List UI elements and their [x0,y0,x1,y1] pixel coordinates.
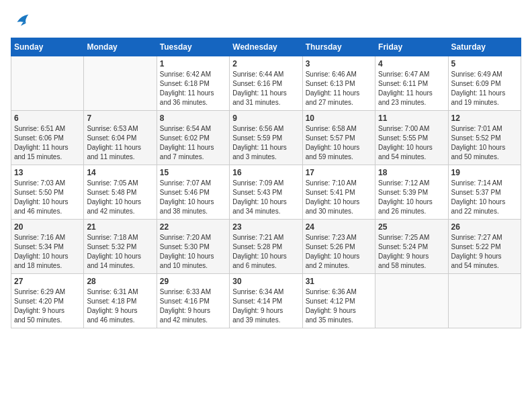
day-number: 25 [378,222,445,232]
day-number: 31 [306,277,372,286]
day-number: 22 [160,222,226,232]
week-row-2: 6Sunrise: 6:51 AM Sunset: 6:06 PM Daylig… [11,111,521,165]
calendar-cell: 9Sunrise: 6:56 AM Sunset: 5:59 PM Daylig… [230,111,302,165]
page-header [11,11,521,30]
day-info: Sunrise: 7:14 AM Sunset: 5:37 PM Dayligh… [451,179,518,216]
day-info: Sunrise: 7:21 AM Sunset: 5:28 PM Dayligh… [232,233,299,271]
day-number: 21 [87,222,153,232]
header-cell-tuesday: Tuesday [157,38,229,56]
week-row-3: 13Sunrise: 7:03 AM Sunset: 5:50 PM Dayli… [11,165,521,220]
calendar-cell [11,56,84,111]
calendar-cell: 14Sunrise: 7:05 AM Sunset: 5:48 PM Dayli… [84,165,157,220]
calendar-cell [448,274,521,328]
calendar-cell: 15Sunrise: 7:07 AM Sunset: 5:46 PM Dayli… [157,165,229,220]
day-info: Sunrise: 7:10 AM Sunset: 5:41 PM Dayligh… [306,179,372,216]
header-cell-saturday: Saturday [448,38,521,56]
day-info: Sunrise: 7:01 AM Sunset: 5:52 PM Dayligh… [451,124,518,162]
day-info: Sunrise: 6:46 AM Sunset: 6:13 PM Dayligh… [306,70,372,107]
day-info: Sunrise: 7:18 AM Sunset: 5:32 PM Dayligh… [87,233,153,271]
calendar-body: 1Sunrise: 6:42 AM Sunset: 6:18 PM Daylig… [11,56,521,328]
day-number: 3 [306,59,372,68]
calendar-cell: 11Sunrise: 7:00 AM Sunset: 5:55 PM Dayli… [375,111,448,165]
calendar-cell: 19Sunrise: 7:14 AM Sunset: 5:37 PM Dayli… [448,165,521,220]
header-cell-sunday: Sunday [11,38,84,56]
day-info: Sunrise: 6:49 AM Sunset: 6:09 PM Dayligh… [451,70,518,107]
logo [11,11,31,30]
calendar-cell: 7Sunrise: 6:53 AM Sunset: 6:04 PM Daylig… [84,111,157,165]
calendar-cell [375,274,448,328]
calendar-cell: 27Sunrise: 6:29 AM Sunset: 4:20 PM Dayli… [11,274,84,328]
calendar-header: SundayMondayTuesdayWednesdayThursdayFrid… [11,38,521,56]
day-info: Sunrise: 7:03 AM Sunset: 5:50 PM Dayligh… [14,179,81,216]
day-number: 28 [87,277,153,286]
calendar-cell: 8Sunrise: 6:54 AM Sunset: 6:02 PM Daylig… [157,111,229,165]
calendar-cell: 16Sunrise: 7:09 AM Sunset: 5:43 PM Dayli… [230,165,302,220]
calendar-cell: 1Sunrise: 6:42 AM Sunset: 6:18 PM Daylig… [157,56,229,111]
day-number: 6 [14,113,81,123]
calendar-cell: 26Sunrise: 7:27 AM Sunset: 5:22 PM Dayli… [448,220,521,274]
day-info: Sunrise: 7:20 AM Sunset: 5:30 PM Dayligh… [160,233,226,271]
day-info: Sunrise: 7:23 AM Sunset: 5:26 PM Dayligh… [306,233,372,271]
day-info: Sunrise: 7:05 AM Sunset: 5:48 PM Dayligh… [87,179,153,216]
day-info: Sunrise: 7:12 AM Sunset: 5:39 PM Dayligh… [378,179,445,216]
calendar-cell: 23Sunrise: 7:21 AM Sunset: 5:28 PM Dayli… [230,220,302,274]
calendar-cell: 13Sunrise: 7:03 AM Sunset: 5:50 PM Dayli… [11,165,84,220]
day-info: Sunrise: 6:33 AM Sunset: 4:16 PM Dayligh… [160,287,226,325]
day-number: 2 [232,59,299,68]
logo-bird-icon [12,11,31,30]
day-number: 19 [451,168,518,177]
header-cell-friday: Friday [375,38,448,56]
day-number: 26 [451,222,518,232]
calendar-cell: 5Sunrise: 6:49 AM Sunset: 6:09 PM Daylig… [448,56,521,111]
day-number: 14 [87,168,153,177]
calendar-cell: 30Sunrise: 6:34 AM Sunset: 4:14 PM Dayli… [230,274,302,328]
day-info: Sunrise: 7:25 AM Sunset: 5:24 PM Dayligh… [378,233,445,271]
day-number: 27 [14,277,81,286]
day-info: Sunrise: 6:47 AM Sunset: 6:11 PM Dayligh… [378,70,445,107]
day-number: 12 [451,113,518,123]
day-number: 1 [160,59,226,68]
day-info: Sunrise: 7:00 AM Sunset: 5:55 PM Dayligh… [378,124,445,162]
day-number: 18 [378,168,445,177]
calendar-cell: 21Sunrise: 7:18 AM Sunset: 5:32 PM Dayli… [84,220,157,274]
day-info: Sunrise: 7:09 AM Sunset: 5:43 PM Dayligh… [232,179,299,216]
day-info: Sunrise: 6:53 AM Sunset: 6:04 PM Dayligh… [87,124,153,162]
calendar-cell [84,56,157,111]
week-row-5: 27Sunrise: 6:29 AM Sunset: 4:20 PM Dayli… [11,274,521,328]
day-info: Sunrise: 6:36 AM Sunset: 4:12 PM Dayligh… [306,287,372,325]
day-number: 7 [87,113,153,123]
day-number: 29 [160,277,226,286]
day-number: 5 [451,59,518,68]
day-number: 23 [232,222,299,232]
week-row-1: 1Sunrise: 6:42 AM Sunset: 6:18 PM Daylig… [11,56,521,111]
calendar-cell: 18Sunrise: 7:12 AM Sunset: 5:39 PM Dayli… [375,165,448,220]
calendar-cell: 12Sunrise: 7:01 AM Sunset: 5:52 PM Dayli… [448,111,521,165]
calendar-cell: 24Sunrise: 7:23 AM Sunset: 5:26 PM Dayli… [302,220,375,274]
day-number: 9 [232,113,299,123]
calendar-cell: 22Sunrise: 7:20 AM Sunset: 5:30 PM Dayli… [157,220,229,274]
header-row: SundayMondayTuesdayWednesdayThursdayFrid… [11,38,521,56]
header-cell-wednesday: Wednesday [230,38,302,56]
day-info: Sunrise: 7:07 AM Sunset: 5:46 PM Dayligh… [160,179,226,216]
day-info: Sunrise: 6:54 AM Sunset: 6:02 PM Dayligh… [160,124,226,162]
calendar-cell: 31Sunrise: 6:36 AM Sunset: 4:12 PM Dayli… [302,274,375,328]
calendar-cell: 6Sunrise: 6:51 AM Sunset: 6:06 PM Daylig… [11,111,84,165]
day-number: 16 [232,168,299,177]
day-info: Sunrise: 6:44 AM Sunset: 6:16 PM Dayligh… [232,70,299,107]
calendar-cell: 2Sunrise: 6:44 AM Sunset: 6:16 PM Daylig… [230,56,302,111]
calendar-cell: 4Sunrise: 6:47 AM Sunset: 6:11 PM Daylig… [375,56,448,111]
day-number: 8 [160,113,226,123]
day-number: 4 [378,59,445,68]
calendar-cell: 3Sunrise: 6:46 AM Sunset: 6:13 PM Daylig… [302,56,375,111]
day-number: 15 [160,168,226,177]
day-info: Sunrise: 7:16 AM Sunset: 5:34 PM Dayligh… [14,233,81,271]
header-cell-thursday: Thursday [302,38,375,56]
day-number: 17 [306,168,372,177]
day-number: 20 [14,222,81,232]
calendar-cell: 20Sunrise: 7:16 AM Sunset: 5:34 PM Dayli… [11,220,84,274]
day-info: Sunrise: 6:51 AM Sunset: 6:06 PM Dayligh… [14,124,81,162]
day-info: Sunrise: 6:29 AM Sunset: 4:20 PM Dayligh… [14,287,81,325]
day-info: Sunrise: 6:42 AM Sunset: 6:18 PM Dayligh… [160,70,226,107]
week-row-4: 20Sunrise: 7:16 AM Sunset: 5:34 PM Dayli… [11,220,521,274]
header-cell-monday: Monday [84,38,157,56]
